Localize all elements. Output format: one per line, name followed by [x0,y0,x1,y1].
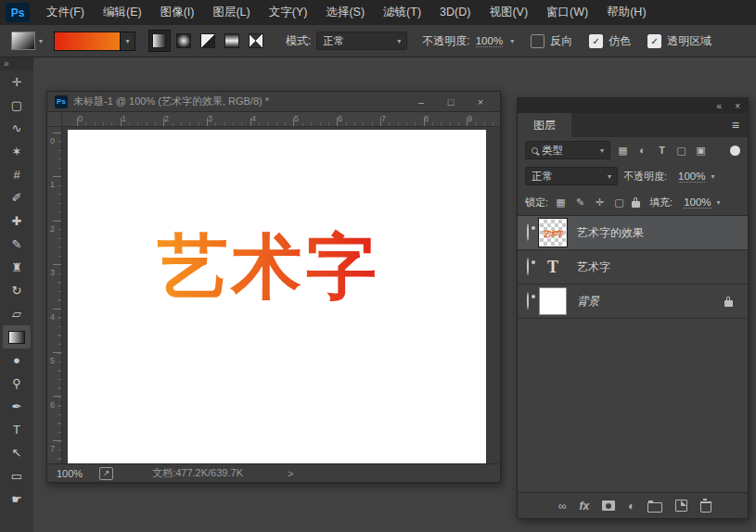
layer-name[interactable]: 艺术字 [577,260,610,275]
gradient-picker[interactable]: ▾ [54,32,135,51]
brush-tool[interactable]: ✎ [3,233,31,256]
visibility-toggle[interactable] [527,293,529,310]
eyedropper-tool[interactable]: ✐ [3,186,31,209]
dither-checkbox[interactable]: ✓ 仿色 [589,33,631,49]
layer-thumbnail[interactable]: 艺术字 [539,219,567,247]
type-tool[interactable]: T [3,418,31,441]
adjustment-layer-icon[interactable]: ◐ [628,500,634,513]
radial-gradient-button[interactable] [173,30,195,52]
collapse-panel-icon[interactable]: « [717,101,723,111]
link-layers-icon[interactable]: ∞ [558,500,567,513]
linear-gradient-button[interactable] [148,30,171,52]
lock-artboard-icon[interactable]: ▢ [612,196,626,209]
angle-gradient-button[interactable] [197,30,219,52]
menu-item-window[interactable]: 窗口(W) [537,0,597,25]
mode-select[interactable]: 正常 ▾ [316,32,407,50]
filter-smart-objects-icon[interactable]: ▣ [694,145,708,157]
move-tool[interactable]: ✛ [3,70,31,94]
pen-tool[interactable]: ✒ [3,395,31,418]
menu-item-filter[interactable]: 滤镜(T) [374,0,430,25]
blur-tool[interactable]: ● [3,348,31,372]
canvas[interactable]: 艺术字 [68,130,486,463]
add-mask-icon[interactable] [602,500,615,511]
maximize-button[interactable]: □ [439,96,463,108]
filter-type-select[interactable]: 类型 ▾ [525,141,610,159]
healing-brush-tool[interactable]: ✚ [3,209,31,233]
minimize-button[interactable]: – [409,96,433,108]
history-brush-tool[interactable]: ↻ [3,279,31,302]
gradient-tool[interactable] [3,325,31,348]
zoom-level[interactable]: 100% [57,468,83,479]
menu-item-type[interactable]: 文字(Y) [260,0,317,25]
diamond-gradient-button[interactable] [245,30,267,52]
visibility-toggle[interactable] [527,224,529,241]
menu-item-image[interactable]: 图像(I) [151,0,204,25]
chevron-down-icon[interactable]: ▾ [121,32,135,51]
shape-tool[interactable]: ▭ [3,464,31,488]
layer-row-background[interactable]: 背景 [518,285,748,319]
filter-adjustment-layers-icon[interactable]: ◐ [635,145,649,156]
collapse-toolbar-button[interactable]: » [0,57,33,70]
layer-opacity-value[interactable]: 100% [678,171,705,183]
new-layer-icon[interactable] [675,500,687,512]
reverse-checkbox[interactable]: 反向 [531,33,572,49]
status-expand-chevron[interactable]: > [288,468,293,479]
ruler-corner[interactable] [47,112,62,127]
filter-type-layers-icon[interactable]: T [655,145,669,156]
chevron-down-icon[interactable]: ▾ [711,172,714,181]
marquee-tool[interactable]: ▢ [3,94,31,117]
chevron-down-icon[interactable]: ▾ [717,198,721,207]
filter-shape-layers-icon[interactable]: ▢ [674,145,688,157]
checkbox-unchecked-icon[interactable] [531,34,545,48]
filter-pixel-layers-icon[interactable]: ▦ [616,145,630,157]
lock-pixels-icon[interactable]: ✎ [573,196,587,209]
text-layer-thumbnail[interactable]: T [539,253,567,281]
share-icon[interactable]: ↗ [99,467,113,480]
tool-preset-picker[interactable]: ▾ [11,32,43,50]
menu-item-view[interactable]: 视图(V) [480,0,537,25]
menu-item-layer[interactable]: 图层(L) [203,0,259,25]
panel-menu-icon[interactable]: ≡ [732,113,748,137]
blend-mode-select[interactable]: 正常 ▾ [525,167,618,185]
layer-row-effect[interactable]: 艺术字 艺术字的效果 [518,216,748,250]
layer-style-icon[interactable]: fx [580,500,590,513]
filter-toggle-switch[interactable] [730,146,740,156]
menu-item-help[interactable]: 帮助(H) [597,0,655,25]
lock-transparent-icon[interactable]: ▦ [554,196,568,209]
layer-row-text[interactable]: T 艺术字 [518,250,748,285]
menu-item-file[interactable]: 文件(F) [37,0,94,25]
checkbox-checked-icon[interactable]: ✓ [647,34,661,48]
document-title-bar[interactable]: Ps 未标题-1 @ 100% (艺术字的效果, RGB/8) * – □ × [47,92,500,112]
reflected-gradient-button[interactable] [221,30,243,52]
hand-tool[interactable]: ☛ [3,488,31,511]
crop-tool[interactable]: # [3,163,31,186]
transparency-checkbox[interactable]: ✓ 透明区域 [647,33,711,49]
checkbox-checked-icon[interactable]: ✓ [589,34,603,48]
lasso-tool[interactable]: ∿ [3,117,31,140]
eraser-tool[interactable]: ▱ [3,302,31,325]
delete-layer-icon[interactable] [700,501,711,513]
menu-item-edit[interactable]: 编辑(E) [94,0,151,25]
background-thumbnail[interactable] [539,287,567,315]
chevron-down-icon[interactable]: ▾ [510,37,514,45]
menu-item-select[interactable]: 选择(S) [316,0,374,25]
close-button[interactable]: × [468,96,493,108]
fill-value[interactable]: 100% [684,196,711,209]
path-select-tool[interactable]: ↖ [3,441,31,464]
opacity-value[interactable]: 100% [476,35,503,47]
vertical-ruler[interactable]: 0 1 2 3 4 5 6 7 [47,127,62,463]
tab-layers[interactable]: 图层 [518,113,571,137]
horizontal-ruler[interactable]: 0 1 2 3 4 5 6 7 8 9 [62,112,500,127]
menu-item-3d[interactable]: 3D(D) [430,0,480,25]
magic-wand-tool[interactable]: ✶ [3,140,31,163]
lock-all-icon[interactable] [632,201,640,208]
gradient-preview-swatch[interactable] [54,32,121,51]
dodge-tool[interactable]: ⚲ [3,372,31,395]
new-group-icon[interactable] [647,502,662,513]
clone-stamp-tool[interactable]: ♜ [3,256,31,279]
lock-position-icon[interactable]: ✛ [593,196,607,209]
visibility-toggle[interactable] [527,259,529,275]
close-panel-icon[interactable]: × [735,101,740,111]
layer-name[interactable]: 艺术字的效果 [577,225,644,241]
layer-name[interactable]: 背景 [577,294,599,310]
